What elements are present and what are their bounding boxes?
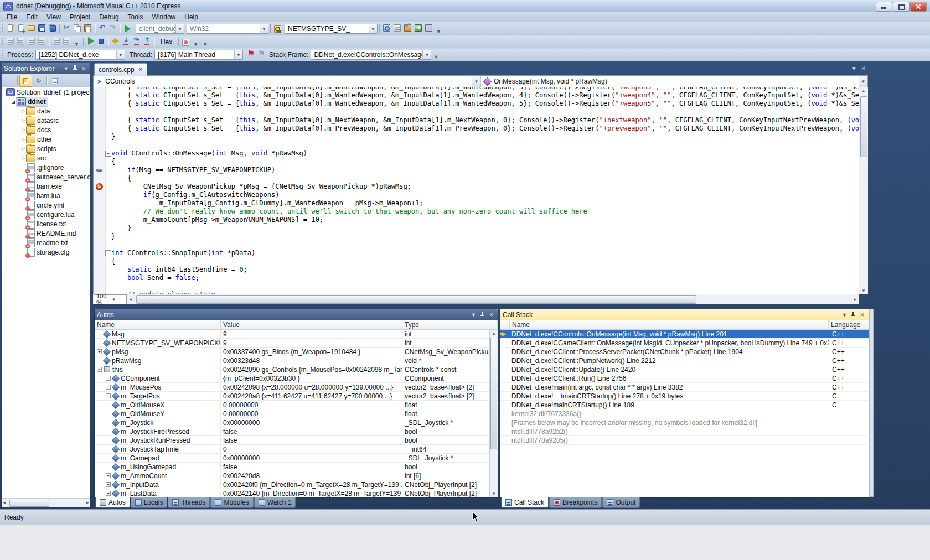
tree-item-bam-lua[interactable]: bam.lua <box>2 191 90 200</box>
table-row[interactable]: +NETMSGTYPE_SV_WEAPONPICKUP9int <box>95 339 490 348</box>
stack-frame-row[interactable]: DDNet_d.exe!CClient::Run() Line 2756C++ <box>500 374 869 383</box>
step-over-icon[interactable] <box>132 37 141 46</box>
properties-button[interactable] <box>3 75 16 87</box>
tree-item-scripts[interactable]: ▷scripts <box>2 144 90 153</box>
toolbar-overflow-icon[interactable]: ▼ <box>74 42 79 48</box>
pin-icon[interactable] <box>478 311 487 319</box>
redo-icon[interactable] <box>108 23 117 33</box>
table-row[interactable]: +m_JoystickRunPressedfalsebool <box>95 436 490 445</box>
tree-item-solution[interactable]: Solution 'ddnet' (1 project <box>2 87 90 97</box>
table-row[interactable]: +m_MousePos0x00242098 {x=28.000000 u=28.… <box>95 383 490 392</box>
toolbar-grip[interactable] <box>2 38 3 46</box>
tree-item-storage-cfg[interactable]: storage.cfg <box>2 247 90 257</box>
tree-expander-icon[interactable]: ▷ <box>20 108 26 113</box>
gray-icon[interactable] <box>6 37 15 46</box>
autos-tab-locals[interactable]: Locals <box>131 497 168 508</box>
window-position-icon[interactable]: ▼ <box>62 65 70 72</box>
stack-frame-row[interactable]: DDNet_d.exe!CClient::ProcessServerPacket… <box>500 348 869 356</box>
table-row[interactable]: +m_JoystickFirePressedfalsebool <box>95 427 490 436</box>
table-row[interactable]: +m_OldMouseY0.00000000float <box>95 409 490 418</box>
window-layout-icon[interactable] <box>424 23 433 33</box>
scroll-thumb[interactable] <box>490 338 497 449</box>
stack-frame-row[interactable]: DDNet_d.exe!mainCRTStartup() Line 189C <box>500 401 869 409</box>
menu-window[interactable]: Window <box>148 13 180 22</box>
tree-expander-icon[interactable]: ▷ <box>20 155 26 160</box>
vertical-scrollbar[interactable]: ▲ ▼ <box>859 87 868 294</box>
stack-frame-row[interactable]: DDNet_d.exe!CClient::PumpNetwork() Line … <box>500 356 869 365</box>
toolbar-overflow-icon[interactable]: ▼ <box>433 54 438 61</box>
add-item-icon[interactable] <box>16 23 25 33</box>
column-header-language[interactable]: Language <box>829 320 869 329</box>
pin-icon[interactable] <box>71 65 79 72</box>
column-header-name[interactable]: Name <box>95 320 221 329</box>
expander-icon[interactable]: + <box>106 385 111 390</box>
tree-item--gitignore[interactable]: .gitignore <box>2 163 90 172</box>
platform-combo[interactable]: Win32 ▼ <box>187 24 268 34</box>
close-document-icon[interactable]: ✕ <box>861 65 866 71</box>
gray-icon[interactable] <box>51 37 61 46</box>
tab-controls-cpp[interactable]: controls.cpp ✕ <box>94 63 147 76</box>
undo-icon[interactable] <box>97 23 107 33</box>
menu-debug[interactable]: Debug <box>95 13 123 22</box>
step-into-icon[interactable] <box>121 37 131 46</box>
tree-item-other[interactable]: ▷other <box>2 134 90 144</box>
table-row[interactable]: +m_UsingGamepadfalsebool <box>95 463 490 471</box>
breakpoints-window-icon[interactable] <box>181 38 190 47</box>
autos-titlebar[interactable]: Autos ▼ ✕ <box>95 309 498 320</box>
scroll-up-icon[interactable]: ▲ <box>861 89 866 94</box>
tree-item-configure-lua[interactable]: configure.lua <box>2 210 90 219</box>
step-out-icon[interactable] <box>142 37 152 46</box>
table-row[interactable]: +m_Gamepad0x00000000_SDL_Joystick * <box>95 454 490 463</box>
expander-icon[interactable]: − <box>97 367 102 372</box>
horizontal-scrollbar[interactable]: ◄ ► <box>2 498 90 507</box>
hex-toggle-button[interactable]: Hex <box>156 36 177 48</box>
dropdown-icon[interactable]: ▼ <box>193 42 198 48</box>
scroll-thumb[interactable] <box>860 96 867 157</box>
refresh-button[interactable] <box>32 75 45 87</box>
column-header-name[interactable]: Name <box>510 320 829 329</box>
table-row[interactable]: +m_Joystick0x00000000_SDL_Joystick * <box>95 418 490 427</box>
tree-item-data[interactable]: ▷data <box>2 106 90 116</box>
scroll-thumb[interactable] <box>9 500 49 507</box>
scroll-right-icon[interactable]: ► <box>85 500 90 505</box>
gray-icon[interactable] <box>62 37 71 46</box>
gray-icon[interactable] <box>16 37 25 46</box>
table-row[interactable]: +m_AmmoCount0x002420d8int [6] <box>95 471 490 480</box>
tree-expander-icon[interactable]: ▷ <box>20 146 26 151</box>
properties-window-icon[interactable] <box>392 23 402 33</box>
copy-icon[interactable] <box>73 23 82 33</box>
stack-frame-row[interactable]: DDNet_d.exe!CGameClient::OnMessage(int M… <box>500 339 869 348</box>
scrollbar-track[interactable] <box>869 309 874 497</box>
table-row[interactable]: −this0x00242090 gs_Controls {m_MousePos=… <box>95 365 490 374</box>
autos-tab-watch-1[interactable]: Watch 1 <box>254 497 296 508</box>
tab-close-icon[interactable]: ✕ <box>138 67 143 72</box>
document-list-icon[interactable]: ▼ <box>851 65 857 71</box>
table-row[interactable]: +Msg9int <box>95 330 490 339</box>
find-combo[interactable]: NETMSGTYPE_SV_ ▼ <box>285 24 378 34</box>
tree-item-autoexec-server-cf[interactable]: autoexec_server.cf <box>2 172 90 182</box>
start-debugging-icon[interactable] <box>86 37 95 46</box>
table-row[interactable]: +pMsg0x00337400 gs_Binds {m_Weapon=19104… <box>95 348 490 356</box>
tree-item-src[interactable]: ▷src <box>2 153 90 163</box>
autos-tab-autos[interactable]: Autos <box>95 497 130 508</box>
stack-frame-row[interactable]: DDNet_d.exe!main(int argc, const char * … <box>500 383 869 392</box>
stack-frame-row[interactable]: kernel32.dll!7673336a() <box>500 409 869 418</box>
scroll-down-icon[interactable]: ▼ <box>492 491 496 496</box>
gray-icon[interactable] <box>27 37 36 46</box>
table-row[interactable]: +pRawMsg0x00323d48void * <box>95 356 490 365</box>
scroll-thumb[interactable] <box>136 295 696 304</box>
callstack-tab-breakpoints[interactable]: Breakpoints <box>549 497 602 508</box>
tree-item-project[interactable]: ◢ddnet <box>2 97 90 106</box>
menu-view[interactable]: View <box>42 13 65 22</box>
tree-item-docs[interactable]: ▷docs <box>2 125 90 134</box>
save-all-icon[interactable] <box>48 23 57 33</box>
table-row[interactable]: +m_OldMouseX0.00000000float <box>95 401 490 409</box>
table-row[interactable]: +m_JoystickTapTime0__int64 <box>95 445 490 454</box>
types-dropdown[interactable]: ➤ CControls ▼ <box>94 76 481 87</box>
tree-expander-icon[interactable]: ▷ <box>20 118 26 123</box>
tree-item-circle-yml[interactable]: circle.yml <box>2 200 90 210</box>
window-position-icon[interactable]: ▼ <box>469 311 478 319</box>
tree-item-datasrc[interactable]: ▷datasrc <box>2 116 90 125</box>
close-button[interactable] <box>910 2 927 12</box>
close-icon[interactable]: ✕ <box>80 65 88 72</box>
